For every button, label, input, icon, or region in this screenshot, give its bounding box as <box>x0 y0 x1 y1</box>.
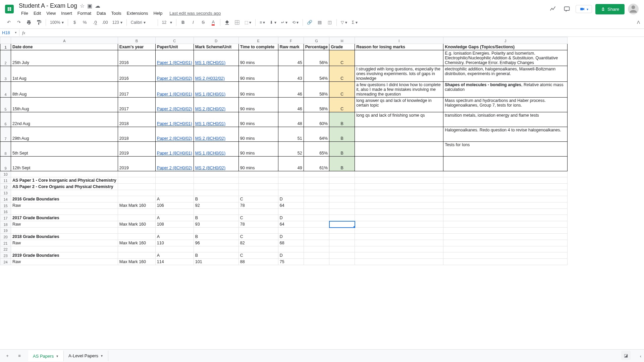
row-header[interactable]: 8 <box>0 142 11 157</box>
cell[interactable]: E.g. Ionisation Energies. Polarity and I… <box>443 50 568 66</box>
cell[interactable]: 2017 <box>118 82 155 98</box>
halign-button[interactable]: ≡ ▾ <box>258 19 267 25</box>
strike-button[interactable]: S <box>199 18 208 27</box>
activity-icon[interactable] <box>547 4 558 14</box>
currency-button[interactable]: $ <box>70 18 79 27</box>
row-header[interactable]: 5 <box>0 98 11 112</box>
cell[interactable]: Paper 1 (8CH0/01) <box>155 82 194 98</box>
cell[interactable]: 58% <box>304 98 329 112</box>
cell[interactable]: B <box>329 142 355 157</box>
cell[interactable]: B <box>329 127 355 142</box>
col-header-a[interactable]: A <box>11 37 118 44</box>
ms-link[interactable]: MS 1 (8CH0/01) <box>195 121 225 126</box>
cell[interactable]: Raw mark <box>278 44 304 50</box>
cell[interactable]: Max Mark 160 <box>118 221 155 228</box>
cell[interactable]: C <box>238 215 278 221</box>
cell[interactable]: B <box>194 252 238 259</box>
cell[interactable]: 90 mins <box>238 127 278 142</box>
paper-link[interactable]: Paper 1 (8CH0/01) <box>157 92 192 97</box>
cell[interactable]: A <box>155 196 194 202</box>
cell[interactable]: D <box>278 252 304 259</box>
corner-select-all[interactable] <box>0 37 11 44</box>
cell[interactable]: 29th Aug <box>11 127 118 142</box>
cell[interactable]: C <box>238 252 278 259</box>
dec-decrease-button[interactable]: .0̲ <box>90 18 100 27</box>
row-header[interactable]: 2 <box>0 50 11 66</box>
cell[interactable]: 1st Aug <box>11 66 118 82</box>
cell[interactable]: Knowledge Gaps (Topics/Sections) <box>443 44 568 50</box>
cell[interactable]: Time to complete <box>238 44 278 50</box>
col-header-d[interactable]: D <box>194 37 238 44</box>
row-header[interactable]: 22 <box>0 246 11 252</box>
cell[interactable]: 64 <box>278 202 304 209</box>
paper-link[interactable]: Paper 2 (8CH0/02) <box>157 107 192 111</box>
zoom-select[interactable]: 100% ▾ <box>48 19 66 25</box>
row-header[interactable]: 20 <box>0 234 11 240</box>
cell[interactable]: MS 2 (8CH0/02) <box>194 98 238 112</box>
cell[interactable]: 58% <box>304 82 329 98</box>
row-header[interactable]: 24 <box>0 259 11 265</box>
cell[interactable]: 2016 <box>118 50 155 66</box>
col-header-h[interactable]: H <box>329 37 355 44</box>
account-avatar[interactable] <box>628 4 639 14</box>
cell[interactable]: Halogenoalkanes. Redo question 4 to revi… <box>443 127 568 142</box>
italic-button[interactable]: I <box>189 18 198 27</box>
cell[interactable]: 90 mins <box>238 157 278 171</box>
cell[interactable]: 82 <box>238 240 278 246</box>
cell[interactable]: 78 <box>238 221 278 228</box>
cell[interactable]: 25th July <box>11 50 118 66</box>
cell[interactable]: Paper 2 (8CH0/02) <box>155 127 194 142</box>
cell[interactable]: Raw <box>11 259 118 265</box>
cell[interactable]: 90 mins <box>238 50 278 66</box>
cell[interactable]: D <box>278 215 304 221</box>
cell[interactable]: A <box>155 252 194 259</box>
cell[interactable]: 51 <box>278 127 304 142</box>
cell[interactable]: 106 <box>155 202 194 209</box>
cell[interactable]: 2019 <box>118 142 155 157</box>
cell[interactable]: Reason for losing marks <box>355 44 443 50</box>
cell[interactable]: A <box>155 215 194 221</box>
share-button[interactable]: Share <box>595 4 625 14</box>
cell[interactable]: Mark Scheme/Unit <box>194 44 238 50</box>
cell[interactable]: Percentage <box>304 44 329 50</box>
cell[interactable]: 5th Sept <box>11 142 118 157</box>
cell[interactable]: 96 <box>194 240 238 246</box>
collapse-toolbar-icon[interactable]: ᐱ <box>637 20 640 25</box>
row-header[interactable]: 13 <box>0 190 11 196</box>
cell[interactable]: 65% <box>304 142 329 157</box>
cell[interactable]: 101 <box>194 259 238 265</box>
paint-format-button[interactable] <box>34 18 44 27</box>
menu-edit[interactable]: Edit <box>31 10 43 16</box>
row-header[interactable]: 6 <box>0 112 11 127</box>
cell[interactable]: 64 <box>278 221 304 228</box>
ms-link[interactable]: MS 2 (H032/02) <box>195 76 225 81</box>
ms-link[interactable]: MS 2 (8CH0/02) <box>195 166 225 170</box>
cell[interactable]: AS Paper 1 - Core Inorganic and Physical… <box>11 177 118 184</box>
cell[interactable]: Paper 2 (8CH0/02) <box>155 66 194 82</box>
ms-link[interactable]: MS 2 (8CH0/02) <box>195 136 225 141</box>
cell[interactable]: A <box>155 234 194 240</box>
cell[interactable]: 108 <box>155 221 194 228</box>
bold-button[interactable]: B <box>178 18 188 27</box>
cell[interactable]: long qs and lack of finishing some qs <box>355 112 443 127</box>
wrap-button[interactable]: ↵ ▾ <box>279 19 289 25</box>
cell[interactable]: B <box>329 112 355 127</box>
last-edit-link[interactable]: Last edit was seconds ago <box>169 11 221 16</box>
cell[interactable]: AS Paper 2 - Core Organic and Physical C… <box>11 184 118 190</box>
cell[interactable]: B <box>194 215 238 221</box>
move-icon[interactable]: ▣ <box>87 3 92 9</box>
comment-button[interactable]: ▤ <box>315 18 324 27</box>
cloud-icon[interactable]: ☁ <box>95 3 100 9</box>
borders-button[interactable] <box>232 18 242 27</box>
cell[interactable]: 88 <box>238 259 278 265</box>
cell[interactable]: MS 1 (8CH0/01) <box>194 142 238 157</box>
cell[interactable]: Raw <box>11 202 118 209</box>
format-select[interactable]: 123▾ <box>110 19 124 25</box>
cell[interactable]: C <box>329 98 355 112</box>
spreadsheet-grid[interactable]: A B C D E F G H I J 1 Date done Exam's y… <box>0 37 644 265</box>
cell[interactable]: 46 <box>278 82 304 98</box>
row-header[interactable]: 16 <box>0 209 11 215</box>
menu-tools[interactable]: Tools <box>109 10 123 16</box>
col-header-c[interactable]: C <box>155 37 194 44</box>
cell[interactable]: MS 1 (8CH0/01) <box>194 50 238 66</box>
